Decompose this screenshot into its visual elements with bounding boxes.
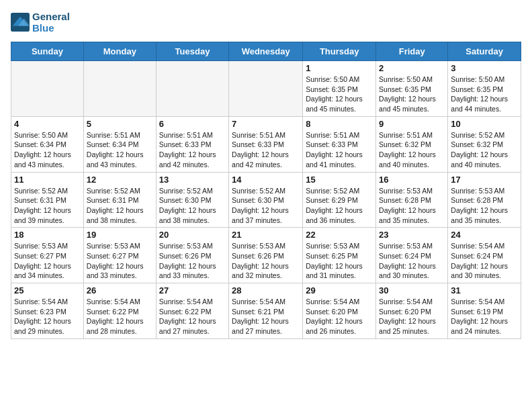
calendar-cell: 4Sunrise: 5:50 AM Sunset: 6:34 PM Daylig… — [11, 116, 84, 172]
week-row-1: 1Sunrise: 5:50 AM Sunset: 6:35 PM Daylig… — [11, 61, 521, 117]
cell-info-text: Sunrise: 5:51 AM Sunset: 6:33 PM Dayligh… — [232, 130, 300, 170]
cell-day-number: 18 — [14, 230, 81, 240]
week-row-5: 25Sunrise: 5:54 AM Sunset: 6:23 PM Dayli… — [11, 283, 521, 339]
cell-info-text: Sunrise: 5:50 AM Sunset: 6:35 PM Dayligh… — [379, 75, 445, 114]
calendar-cell — [156, 61, 228, 117]
cell-day-number: 5 — [87, 119, 153, 129]
weekday-friday: Friday — [376, 42, 448, 61]
calendar-table: SundayMondayTuesdayWednesdayThursdayFrid… — [11, 42, 521, 339]
weekday-wednesday: Wednesday — [229, 42, 303, 61]
cell-day-number: 13 — [159, 175, 226, 185]
cell-info-text: Sunrise: 5:54 AM Sunset: 6:21 PM Dayligh… — [232, 297, 300, 336]
calendar-cell: 25Sunrise: 5:54 AM Sunset: 6:23 PM Dayli… — [11, 283, 84, 339]
cell-info-text: Sunrise: 5:54 AM Sunset: 6:22 PM Dayligh… — [87, 297, 153, 336]
cell-info-text: Sunrise: 5:53 AM Sunset: 6:27 PM Dayligh… — [14, 241, 81, 281]
calendar-cell: 22Sunrise: 5:53 AM Sunset: 6:25 PM Dayli… — [303, 228, 376, 283]
calendar-cell: 31Sunrise: 5:54 AM Sunset: 6:19 PM Dayli… — [448, 283, 521, 339]
cell-day-number: 7 — [232, 119, 300, 129]
cell-info-text: Sunrise: 5:51 AM Sunset: 6:34 PM Dayligh… — [87, 130, 153, 170]
page-header: General Blue — [11, 11, 521, 34]
cell-info-text: Sunrise: 5:54 AM Sunset: 6:19 PM Dayligh… — [451, 297, 518, 336]
cell-day-number: 1 — [306, 63, 373, 73]
cell-info-text: Sunrise: 5:52 AM Sunset: 6:29 PM Dayligh… — [306, 186, 373, 226]
cell-info-text: Sunrise: 5:50 AM Sunset: 6:35 PM Dayligh… — [306, 75, 373, 114]
calendar-cell: 26Sunrise: 5:54 AM Sunset: 6:22 PM Dayli… — [83, 283, 156, 339]
calendar-cell: 16Sunrise: 5:53 AM Sunset: 6:28 PM Dayli… — [376, 172, 448, 228]
cell-info-text: Sunrise: 5:51 AM Sunset: 6:33 PM Dayligh… — [159, 130, 226, 170]
cell-info-text: Sunrise: 5:51 AM Sunset: 6:33 PM Dayligh… — [306, 130, 373, 170]
cell-info-text: Sunrise: 5:53 AM Sunset: 6:26 PM Dayligh… — [232, 241, 300, 281]
week-row-4: 18Sunrise: 5:53 AM Sunset: 6:27 PM Dayli… — [11, 228, 521, 283]
cell-day-number: 6 — [159, 119, 226, 129]
calendar-cell: 14Sunrise: 5:52 AM Sunset: 6:30 PM Dayli… — [229, 172, 303, 228]
calendar-cell — [83, 61, 156, 117]
calendar-cell: 9Sunrise: 5:51 AM Sunset: 6:32 PM Daylig… — [376, 116, 448, 172]
calendar-cell: 2Sunrise: 5:50 AM Sunset: 6:35 PM Daylig… — [376, 61, 448, 117]
cell-info-text: Sunrise: 5:52 AM Sunset: 6:30 PM Dayligh… — [232, 186, 300, 226]
cell-day-number: 16 — [379, 175, 445, 185]
cell-day-number: 19 — [87, 230, 153, 240]
cell-day-number: 24 — [451, 230, 518, 240]
cell-info-text: Sunrise: 5:54 AM Sunset: 6:22 PM Dayligh… — [159, 297, 226, 336]
calendar-cell: 3Sunrise: 5:50 AM Sunset: 6:35 PM Daylig… — [448, 61, 521, 117]
week-row-2: 4Sunrise: 5:50 AM Sunset: 6:34 PM Daylig… — [11, 116, 521, 172]
cell-info-text: Sunrise: 5:52 AM Sunset: 6:31 PM Dayligh… — [87, 186, 153, 226]
cell-day-number: 30 — [379, 285, 445, 295]
weekday-saturday: Saturday — [448, 42, 521, 61]
calendar-cell: 27Sunrise: 5:54 AM Sunset: 6:22 PM Dayli… — [156, 283, 228, 339]
cell-day-number: 10 — [451, 119, 518, 129]
cell-day-number: 31 — [451, 285, 518, 295]
calendar-cell: 29Sunrise: 5:54 AM Sunset: 6:20 PM Dayli… — [303, 283, 376, 339]
cell-info-text: Sunrise: 5:53 AM Sunset: 6:28 PM Dayligh… — [379, 186, 445, 226]
cell-day-number: 21 — [232, 230, 300, 240]
weekday-tuesday: Tuesday — [156, 42, 228, 61]
calendar-cell — [229, 61, 303, 117]
cell-info-text: Sunrise: 5:54 AM Sunset: 6:20 PM Dayligh… — [379, 297, 445, 336]
cell-info-text: Sunrise: 5:50 AM Sunset: 6:34 PM Dayligh… — [14, 130, 81, 170]
calendar-cell: 8Sunrise: 5:51 AM Sunset: 6:33 PM Daylig… — [303, 116, 376, 172]
cell-info-text: Sunrise: 5:52 AM Sunset: 6:30 PM Dayligh… — [159, 186, 226, 226]
calendar-cell: 17Sunrise: 5:53 AM Sunset: 6:28 PM Dayli… — [448, 172, 521, 228]
cell-info-text: Sunrise: 5:54 AM Sunset: 6:24 PM Dayligh… — [451, 241, 518, 281]
cell-info-text: Sunrise: 5:53 AM Sunset: 6:26 PM Dayligh… — [159, 241, 226, 281]
cell-day-number: 12 — [87, 175, 153, 185]
cell-info-text: Sunrise: 5:53 AM Sunset: 6:24 PM Dayligh… — [379, 241, 445, 281]
calendar-cell: 19Sunrise: 5:53 AM Sunset: 6:27 PM Dayli… — [83, 228, 156, 283]
calendar-cell: 20Sunrise: 5:53 AM Sunset: 6:26 PM Dayli… — [156, 228, 228, 283]
cell-day-number: 23 — [379, 230, 445, 240]
weekday-sunday: Sunday — [11, 42, 84, 61]
logo-icon — [11, 13, 30, 32]
calendar-cell: 18Sunrise: 5:53 AM Sunset: 6:27 PM Dayli… — [11, 228, 84, 283]
cell-day-number: 4 — [14, 119, 81, 129]
cell-day-number: 25 — [14, 285, 81, 295]
weekday-header-row: SundayMondayTuesdayWednesdayThursdayFrid… — [11, 42, 521, 61]
cell-info-text: Sunrise: 5:51 AM Sunset: 6:32 PM Dayligh… — [379, 130, 445, 170]
cell-day-number: 11 — [14, 175, 81, 185]
calendar-body: 1Sunrise: 5:50 AM Sunset: 6:35 PM Daylig… — [11, 61, 521, 339]
calendar-cell: 30Sunrise: 5:54 AM Sunset: 6:20 PM Dayli… — [376, 283, 448, 339]
cell-info-text: Sunrise: 5:54 AM Sunset: 6:23 PM Dayligh… — [14, 297, 81, 336]
cell-info-text: Sunrise: 5:53 AM Sunset: 6:28 PM Dayligh… — [451, 186, 518, 226]
calendar-cell: 13Sunrise: 5:52 AM Sunset: 6:30 PM Dayli… — [156, 172, 228, 228]
cell-info-text: Sunrise: 5:53 AM Sunset: 6:25 PM Dayligh… — [306, 241, 373, 281]
calendar-cell: 23Sunrise: 5:53 AM Sunset: 6:24 PM Dayli… — [376, 228, 448, 283]
cell-day-number: 26 — [87, 285, 153, 295]
weekday-thursday: Thursday — [303, 42, 376, 61]
calendar-cell: 7Sunrise: 5:51 AM Sunset: 6:33 PM Daylig… — [229, 116, 303, 172]
calendar-cell: 24Sunrise: 5:54 AM Sunset: 6:24 PM Dayli… — [448, 228, 521, 283]
cell-info-text: Sunrise: 5:52 AM Sunset: 6:31 PM Dayligh… — [14, 186, 81, 226]
cell-day-number: 28 — [232, 285, 300, 295]
weekday-monday: Monday — [83, 42, 156, 61]
logo-text: General Blue — [32, 11, 70, 34]
cell-day-number: 8 — [306, 119, 373, 129]
cell-day-number: 14 — [232, 175, 300, 185]
cell-day-number: 20 — [159, 230, 226, 240]
calendar-cell: 6Sunrise: 5:51 AM Sunset: 6:33 PM Daylig… — [156, 116, 228, 172]
cell-day-number: 27 — [159, 285, 226, 295]
logo: General Blue — [11, 11, 70, 34]
calendar-cell: 28Sunrise: 5:54 AM Sunset: 6:21 PM Dayli… — [229, 283, 303, 339]
cell-day-number: 29 — [306, 285, 373, 295]
cell-info-text: Sunrise: 5:50 AM Sunset: 6:35 PM Dayligh… — [451, 75, 518, 114]
calendar-cell: 5Sunrise: 5:51 AM Sunset: 6:34 PM Daylig… — [83, 116, 156, 172]
calendar-cell: 15Sunrise: 5:52 AM Sunset: 6:29 PM Dayli… — [303, 172, 376, 228]
